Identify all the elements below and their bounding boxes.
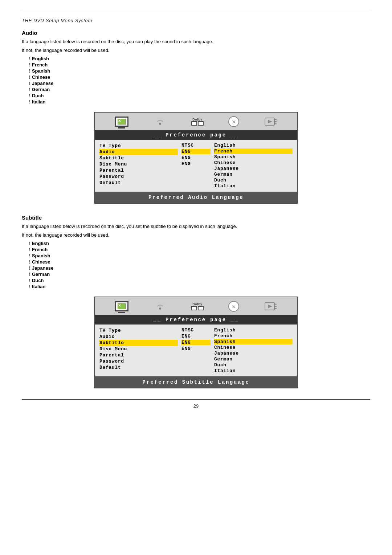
forward-icon — [264, 117, 277, 127]
audio-desc2: If not, the language recorded will be us… — [22, 47, 370, 54]
menu-item-discmenu: Disc Menu — [99, 161, 178, 167]
subtitle-desc1: If a language listed below is recorded o… — [22, 223, 370, 230]
menu-item-discmenu-2: Disc Menu — [99, 346, 178, 352]
tag-eng-4: ENG — [181, 334, 211, 339]
lang-spanish: Spanish — [214, 154, 293, 160]
forward-icon-2 — [264, 301, 277, 311]
dvd-right-col-2: English French Spanish Chinese Japanese … — [214, 327, 293, 374]
list-item: German — [29, 272, 370, 277]
preference-bar-1: __ Preference page __ — [95, 130, 297, 140]
list-item: Duch — [29, 93, 370, 98]
lang-duch: Duch — [214, 177, 293, 183]
svg-marker-14 — [268, 305, 272, 308]
tag-eng-6: ENG — [181, 346, 211, 351]
tag-eng-3: ENG — [181, 161, 211, 167]
menu-item-default: Default — [99, 180, 178, 186]
dolby-icon-2: Dolby — [191, 302, 204, 310]
header-title: THE DVD Setup Menu System — [22, 18, 370, 23]
lang-spanish-2: Spanish — [214, 339, 293, 344]
menu-item-audio: Audio — [99, 149, 178, 155]
list-item: German — [29, 87, 370, 92]
menu-item-password-2: Password — [99, 358, 178, 364]
tv-icon-shape-2 — [115, 301, 128, 311]
tv-icon — [115, 117, 128, 127]
subtitle-desc2: If not, the language recorded will be us… — [22, 232, 370, 239]
lang-french: French — [214, 148, 293, 154]
audio-title: Audio — [22, 30, 370, 36]
subtitle-section: Subtitle If a language listed below is r… — [22, 215, 370, 289]
list-item: English — [29, 241, 370, 246]
tag-eng-5: ENG — [181, 340, 211, 345]
circle-x-icon: ✕ — [228, 116, 239, 127]
dvd-content-2: TV Type Audio Subtitle Disc Menu Parenta… — [95, 325, 297, 376]
tag-eng-1: ENG — [181, 149, 211, 154]
menu-item-parental: Parental — [99, 167, 178, 174]
lang-chinese: Chinese — [214, 160, 293, 166]
dolby-icon: Dolby — [191, 118, 204, 126]
lang-english-2: English — [214, 327, 293, 333]
tag-eng-2: ENG — [181, 155, 211, 160]
audio-desc1: If a language listed below is recorded o… — [22, 38, 370, 45]
dvd-icons-row-1: Dolby ✕ — [95, 113, 297, 130]
page-number: 29 — [22, 403, 370, 409]
list-item: French — [29, 247, 370, 252]
list-item: Spanish — [29, 253, 370, 258]
list-item: Italian — [29, 284, 370, 289]
lang-japanese-2: Japanese — [214, 351, 293, 356]
menu-item-tvtype-2: TV Type — [99, 327, 178, 334]
wifi-icon — [154, 117, 167, 127]
menu-item-tvtype: TV Type — [99, 143, 178, 149]
list-item: Japanese — [29, 265, 370, 271]
wifi-icon-2 — [154, 301, 167, 311]
dvd-right-col-1: English French Spanish Chinese Japanese … — [214, 143, 293, 189]
lang-italian: Italian — [214, 183, 293, 189]
list-item: French — [29, 62, 370, 68]
lang-chinese-2: Chinese — [214, 345, 293, 350]
menu-item-audio-2: Audio — [99, 334, 178, 340]
dvd-menu-items-1: TV Type Audio Subtitle Disc Menu Parenta… — [99, 143, 178, 189]
dvd-content-1: TV Type Audio Subtitle Disc Menu Parenta… — [95, 140, 297, 192]
svg-point-3 — [159, 123, 161, 125]
lang-japanese: Japanese — [214, 166, 293, 171]
list-item: Duch — [29, 278, 370, 283]
list-item: Chinese — [29, 74, 370, 80]
subtitle-language-list: English French Spanish Chinese Japanese … — [29, 241, 370, 289]
preference-bar-2: __ Preference page __ — [95, 315, 297, 325]
list-item: Italian — [29, 99, 370, 105]
tag-ntsc-2: NTSC — [181, 327, 211, 333]
menu-item-default-2: Default — [99, 364, 178, 371]
lang-german: German — [214, 172, 293, 177]
dvd-menu-items-2: TV Type Audio Subtitle Disc Menu Parenta… — [99, 327, 178, 374]
menu-item-subtitle: Subtitle — [99, 155, 178, 161]
menu-item-parental-2: Parental — [99, 352, 178, 358]
audio-language-list: English French Spanish Chinese Japanese … — [29, 56, 370, 105]
bottom-rule — [22, 399, 370, 400]
lang-duch-2: Duch — [214, 362, 293, 368]
list-item: Chinese — [29, 259, 370, 265]
lang-italian-2: Italian — [214, 368, 293, 374]
list-item: Japanese — [29, 81, 370, 86]
lang-german-2: German — [214, 356, 293, 362]
dvd-menu-box-2: Dolby ✕ __ Pr — [94, 297, 298, 388]
subtitle-title: Subtitle — [22, 215, 370, 221]
top-rule — [22, 11, 370, 11]
dvd-icons-row-2: Dolby ✕ — [95, 297, 297, 315]
svg-point-12 — [159, 307, 161, 310]
circle-x-icon-2: ✕ — [228, 301, 239, 312]
menu-item-password: Password — [99, 174, 178, 180]
list-item: English — [29, 56, 370, 61]
list-item: Spanish — [29, 68, 370, 74]
tv-icon-shape — [115, 117, 128, 127]
dvd-center-col-1: NTSC ENG ENG ENG — [181, 143, 211, 189]
menu-item-subtitle-2: Subtitle — [99, 340, 178, 346]
lang-english: English — [214, 143, 293, 148]
dvd-footer-2: Preferred Subtitle Language — [95, 376, 297, 388]
lang-french-2: French — [214, 333, 293, 339]
dvd-center-col-2: NTSC ENG ENG ENG — [181, 327, 211, 374]
page-container: THE DVD Setup Menu System Audio If a lan… — [0, 0, 392, 555]
tag-ntsc: NTSC — [181, 143, 211, 148]
tv-icon-2 — [115, 301, 128, 311]
dvd-footer-1: Preferred Audio Language — [95, 192, 297, 203]
dvd-menu-box-1: Dolby ✕ __ Pr — [94, 112, 298, 204]
audio-section: Audio If a language listed below is reco… — [22, 30, 370, 105]
